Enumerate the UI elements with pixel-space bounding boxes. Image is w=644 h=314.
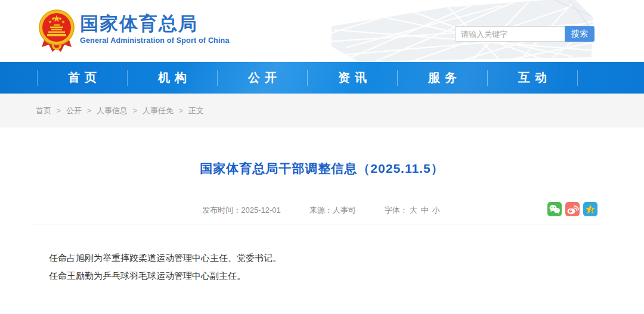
main-nav: 首页 机构 公开 资讯 服务 互动 bbox=[0, 62, 644, 94]
breadcrumb-home[interactable]: 首页 bbox=[36, 105, 51, 116]
nav-item-services[interactable]: 服务 bbox=[398, 62, 487, 94]
svg-text:z: z bbox=[590, 207, 592, 213]
source-value: 人事司 bbox=[333, 206, 356, 214]
font-size-large[interactable]: 大 bbox=[410, 206, 417, 214]
share-bar: z bbox=[547, 202, 597, 216]
font-size-control: 字体：大中小 bbox=[385, 205, 442, 216]
breadcrumb-separator: > bbox=[133, 107, 137, 115]
breadcrumb: 首页 > 公开 > 人事信息 > 人事任免 > 正文 bbox=[0, 94, 644, 128]
font-size-label: 字体： bbox=[385, 206, 408, 214]
wechat-share-icon[interactable] bbox=[547, 202, 562, 216]
search-input[interactable] bbox=[455, 26, 565, 42]
nav-item-home[interactable]: 首页 bbox=[38, 62, 127, 94]
article-paragraph: 任命王励勤为乒乓球羽毛球运动管理中心副主任。 bbox=[31, 267, 602, 285]
breadcrumb-personnel-info[interactable]: 人事信息 bbox=[97, 105, 128, 116]
nav-item-disclosure[interactable]: 公开 bbox=[218, 62, 307, 94]
breadcrumb-appointments[interactable]: 人事任免 bbox=[143, 105, 174, 116]
article-title: 国家体育总局干部调整信息（2025.11.5） bbox=[0, 160, 644, 177]
font-size-medium[interactable]: 中 bbox=[421, 206, 429, 214]
site-title-en: General Administration of Sport of China bbox=[80, 36, 230, 45]
qzone-share-icon[interactable]: z bbox=[583, 202, 597, 216]
article: 国家体育总局干部调整信息（2025.11.5） 发布时间：2025-12-01 … bbox=[0, 160, 644, 285]
breadcrumb-disclosure[interactable]: 公开 bbox=[66, 105, 82, 116]
weibo-share-icon[interactable] bbox=[565, 202, 580, 216]
site-title: 国家体育总局 bbox=[80, 14, 230, 34]
source: 来源：人事司 bbox=[309, 205, 356, 216]
breadcrumb-separator: > bbox=[179, 107, 183, 115]
search-bar: 搜索 bbox=[455, 26, 595, 42]
breadcrumb-current: 正文 bbox=[188, 105, 204, 116]
china-national-emblem-icon bbox=[38, 8, 75, 54]
font-size-small[interactable]: 小 bbox=[432, 206, 440, 214]
publish-time: 发布时间：2025-12-01 bbox=[202, 205, 281, 216]
title-separator bbox=[31, 225, 602, 225]
nav-item-news[interactable]: 资讯 bbox=[308, 62, 397, 94]
site-header: 国家体育总局 General Administration of Sport o… bbox=[0, 0, 644, 62]
nav-divider bbox=[577, 70, 578, 86]
site-logo[interactable]: 国家体育总局 General Administration of Sport o… bbox=[38, 8, 230, 54]
article-paragraph: 任命占旭刚为举重摔跤柔道运动管理中心主任、党委书记。 bbox=[31, 249, 602, 267]
publish-time-value: 2025-12-01 bbox=[241, 206, 281, 214]
nav-item-organization[interactable]: 机构 bbox=[128, 62, 217, 94]
nav-item-interaction[interactable]: 互动 bbox=[488, 62, 577, 94]
article-body: 任命占旭刚为举重摔跤柔道运动管理中心主任、党委书记。 任命王励勤为乒乓球羽毛球运… bbox=[31, 249, 602, 285]
article-meta: 发布时间：2025-12-01 来源：人事司 字体：大中小 bbox=[0, 203, 644, 217]
source-label: 来源： bbox=[309, 206, 333, 214]
search-button[interactable]: 搜索 bbox=[565, 26, 595, 42]
publish-time-label: 发布时间： bbox=[202, 206, 241, 214]
breadcrumb-separator: > bbox=[87, 107, 91, 115]
breadcrumb-separator: > bbox=[57, 107, 61, 115]
